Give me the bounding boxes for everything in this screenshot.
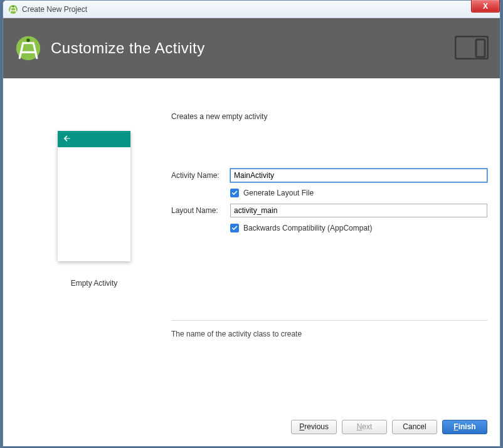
form-description: Creates a new empty activity: [171, 112, 487, 121]
cancel-button[interactable]: Cancel: [392, 420, 437, 434]
close-button[interactable]: X: [471, 0, 500, 13]
activity-name-row: Activity Name:: [171, 169, 487, 182]
backcompat-row[interactable]: Backwards Compatibility (AppCompat): [230, 224, 487, 232]
window-title: Create New Project: [22, 5, 87, 14]
next-button: Next: [342, 420, 387, 434]
layout-name-label: Layout Name:: [171, 206, 230, 215]
check-icon: [231, 190, 238, 196]
svg-point-3: [26, 38, 30, 41]
wizard-footer: Previous Next Cancel Finish: [3, 414, 500, 446]
back-arrow-icon: [63, 134, 71, 145]
android-studio-icon: [8, 4, 18, 14]
banner-heading: Customize the Activity: [51, 39, 205, 57]
backcompat-checkbox[interactable]: [230, 224, 239, 232]
device-icon: [455, 36, 489, 60]
wizard-banner: Customize the Activity: [3, 18, 500, 78]
backcompat-label: Backwards Compatibility (AppCompat): [243, 224, 372, 232]
phone-appbar: [58, 131, 130, 147]
generate-layout-row[interactable]: Generate Layout File: [230, 189, 487, 197]
activity-name-label: Activity Name:: [171, 171, 230, 180]
phone-mockup: [58, 131, 130, 261]
svg-rect-5: [476, 39, 485, 57]
layout-name-row: Layout Name:: [171, 204, 487, 217]
generate-layout-checkbox[interactable]: [230, 189, 239, 197]
close-icon: X: [483, 2, 488, 11]
template-preview: Empty Activity: [17, 112, 171, 414]
svg-point-1: [13, 6, 14, 7]
finish-button[interactable]: Finish: [442, 420, 487, 434]
previous-button[interactable]: Previous: [291, 420, 337, 434]
generate-layout-label: Generate Layout File: [243, 189, 314, 197]
layout-name-input[interactable]: [230, 204, 487, 217]
template-name: Empty Activity: [71, 279, 118, 288]
activity-name-input[interactable]: [230, 169, 487, 182]
check-icon: [231, 225, 238, 231]
content-area: Empty Activity Creates a new empty activ…: [3, 78, 500, 414]
field-hint: The name of the activity class to create: [171, 330, 487, 338]
android-studio-icon: [14, 34, 42, 62]
dialog-window: Create New Project X Customize the Activ…: [3, 0, 500, 447]
form-area: Creates a new empty activity Activity Na…: [171, 112, 487, 414]
titlebar[interactable]: Create New Project X: [3, 1, 500, 18]
divider: [171, 320, 487, 321]
